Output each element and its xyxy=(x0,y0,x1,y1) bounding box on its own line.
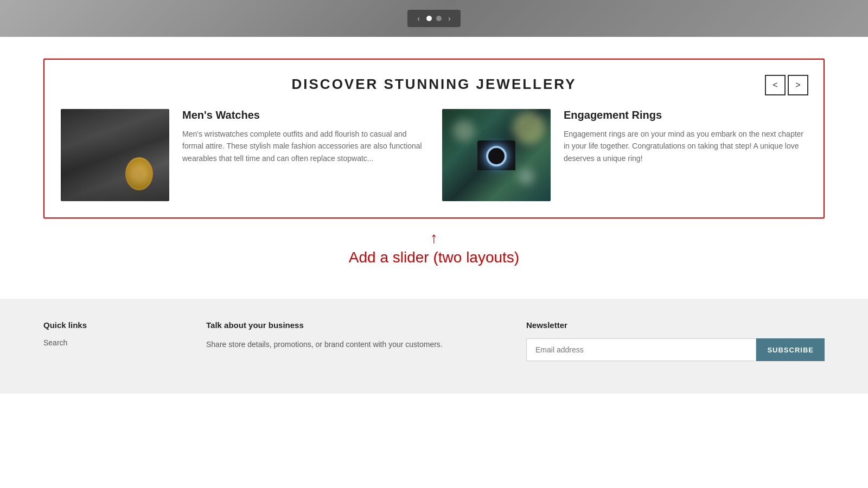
newsletter-title: Newsletter xyxy=(526,320,825,330)
annotation-arrow: ↑ xyxy=(430,229,438,247)
jewellery-next-button[interactable]: > xyxy=(788,75,808,95)
slider-dot-2[interactable] xyxy=(436,16,442,21)
jewellery-section: DISCOVER STUNNING JEWELLERY < > Men's Wa… xyxy=(43,59,825,219)
cards-row: Men's Watches Men's wristwatches complet… xyxy=(61,109,807,201)
hero-next-arrow[interactable]: › xyxy=(446,13,453,24)
annotation-area: ↑ Add a slider (two layouts) xyxy=(43,219,825,282)
email-input[interactable] xyxy=(526,338,756,361)
hero-prev-arrow[interactable]: ‹ xyxy=(415,13,422,24)
card-rings-title: Engagement Rings xyxy=(564,109,807,121)
subscribe-button[interactable]: SUBSCRIBE xyxy=(756,338,825,361)
card-rings-desc: Engagement rings are on your mind as you… xyxy=(564,128,807,164)
quick-links-title: Quick links xyxy=(43,320,184,330)
slider-dot-1[interactable] xyxy=(426,16,432,21)
annotation-text: Add a slider (two layouts) xyxy=(349,249,519,266)
ring-box xyxy=(477,140,515,170)
card-watches-image xyxy=(61,109,169,201)
slider-controls: ‹ › xyxy=(407,10,460,27)
card-watches-content: Men's Watches Men's wristwatches complet… xyxy=(182,109,426,164)
card-watches: Men's Watches Men's wristwatches complet… xyxy=(61,109,442,201)
card-rings: Engagement Rings Engagement rings are on… xyxy=(442,109,807,201)
watch-photo xyxy=(61,109,169,201)
card-rings-image xyxy=(442,109,551,201)
hero-banner: ‹ › xyxy=(0,0,868,37)
footer-business: Talk about your business Share store det… xyxy=(206,320,505,361)
card-rings-content: Engagement Rings Engagement rings are on… xyxy=(564,109,807,164)
footer-link-search[interactable]: Search xyxy=(43,338,184,347)
footer-quick-links: Quick links Search xyxy=(43,320,184,361)
jewellery-title: DISCOVER STUNNING JEWELLERY xyxy=(61,76,807,93)
footer: Quick links Search Talk about your busin… xyxy=(0,299,868,394)
card-watches-title: Men's Watches xyxy=(182,109,426,121)
jewellery-nav: < > xyxy=(765,75,808,95)
card-watches-desc: Men's wristwatches complete outfits and … xyxy=(182,128,426,164)
business-text: Share store details, promotions, or bran… xyxy=(206,338,505,350)
business-title: Talk about your business xyxy=(206,320,505,330)
footer-newsletter: Newsletter SUBSCRIBE xyxy=(526,320,825,361)
newsletter-form: SUBSCRIBE xyxy=(526,338,825,361)
jewellery-prev-button[interactable]: < xyxy=(765,75,786,95)
ring-photo xyxy=(442,109,551,201)
main-content: DISCOVER STUNNING JEWELLERY < > Men's Wa… xyxy=(0,37,868,299)
